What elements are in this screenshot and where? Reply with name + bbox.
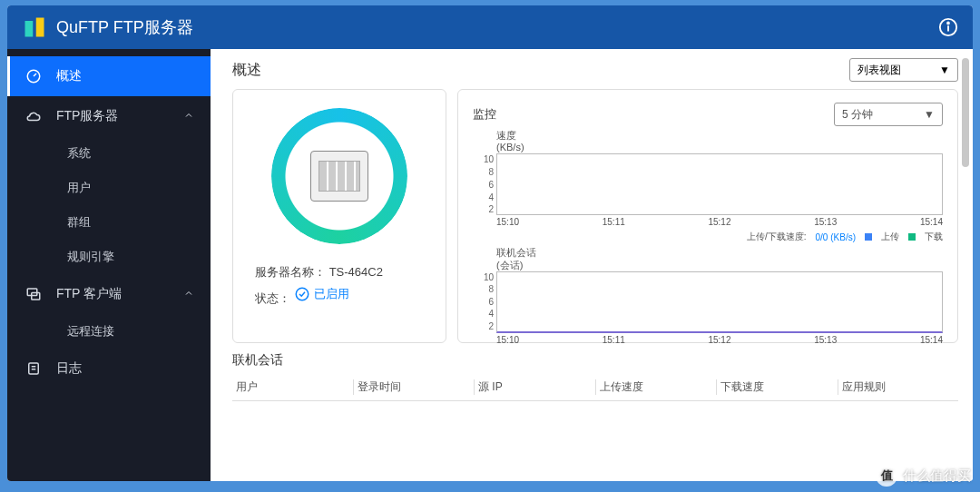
server-card: 服务器名称： TS-464C2 状态： 已启用 xyxy=(232,89,446,343)
sidebar-sub-users[interactable]: 用户 xyxy=(7,171,211,205)
status-value: 已启用 xyxy=(294,286,349,302)
triangle-down-icon: ▼ xyxy=(924,108,935,121)
app-title: QuFTP FTP服务器 xyxy=(56,16,938,38)
scrollbar-thumb[interactable] xyxy=(962,58,969,167)
nas-icon xyxy=(310,151,368,202)
titlebar: QuFTP FTP服务器 xyxy=(7,5,973,49)
server-name-label: 服务器名称： xyxy=(255,265,326,279)
sidebar: 概述 FTP服务器 系统 用户 群组 规则引擎 FTP 客户端 远程连接 日志 xyxy=(7,49,211,481)
log-icon xyxy=(24,360,44,377)
status-label: 状态： xyxy=(255,291,290,305)
upload-color-icon xyxy=(865,233,872,241)
svg-point-11 xyxy=(296,288,309,300)
sessions-title: 联机会话 xyxy=(232,352,958,369)
y-axis: 10 8 6 4 2 xyxy=(475,154,494,214)
page-title: 概述 xyxy=(232,61,849,80)
sidebar-item-ftp-client[interactable]: FTP 客户端 xyxy=(7,274,211,314)
body: 概述 FTP服务器 系统 用户 群组 规则引擎 FTP 客户端 远程连接 日志 xyxy=(7,49,973,481)
cards-row: 服务器名称： TS-464C2 状态： 已启用 监控 xyxy=(232,89,958,343)
main-panel: 概述 列表视图 ▼ 服务器名称： TS-464C2 状态： xyxy=(211,49,973,481)
session-chart: 10 8 6 4 2 xyxy=(496,271,943,333)
gauge-icon xyxy=(24,68,44,84)
check-circle-icon xyxy=(294,286,310,302)
server-name-value: TS-464C2 xyxy=(329,265,383,279)
watermark: 值 什么值得买 xyxy=(876,465,971,487)
speed-chart-title: 速度 (KB/s) xyxy=(496,130,943,153)
speed-chart: 10 8 6 4 2 xyxy=(496,153,943,215)
sidebar-sub-rules[interactable]: 规则引擎 xyxy=(7,240,211,274)
svg-rect-1 xyxy=(36,18,44,37)
y-axis: 10 8 6 4 2 xyxy=(475,272,494,331)
monitor-header: 监控 5 分钟 ▼ xyxy=(473,103,943,126)
sidebar-item-overview[interactable]: 概述 xyxy=(7,56,211,96)
dropdown-label: 5 分钟 xyxy=(842,107,873,123)
cloud-icon xyxy=(24,108,44,124)
sidebar-sub-groups[interactable]: 群组 xyxy=(7,205,211,240)
monitor-card: 监控 5 分钟 ▼ 速度 (KB/s) 10 8 xyxy=(457,89,958,343)
sidebar-item-label: 日志 xyxy=(56,360,82,377)
x-axis: 15:10 15:11 15:12 15:13 15:14 xyxy=(496,335,943,345)
chevron-up-icon xyxy=(183,287,194,301)
sidebar-item-label: FTP 客户端 xyxy=(56,286,122,302)
app-logo-icon xyxy=(22,15,47,40)
col-user: 用户 xyxy=(232,379,353,395)
svg-rect-0 xyxy=(25,21,34,37)
col-source-ip: 源 IP xyxy=(474,379,595,395)
watermark-icon: 值 xyxy=(876,465,897,487)
dropdown-label: 列表视图 xyxy=(858,63,901,78)
main-header: 概述 列表视图 ▼ xyxy=(232,58,958,82)
chevron-up-icon xyxy=(183,109,194,123)
app-window: QuFTP FTP服务器 概述 FTP服务器 系统 用户 群组 规则引擎 FTP… xyxy=(7,5,973,481)
monitor-label: 监控 xyxy=(473,106,496,123)
view-dropdown[interactable]: 列表视图 ▼ xyxy=(849,58,958,82)
sidebar-item-ftp-server[interactable]: FTP服务器 xyxy=(7,96,211,136)
col-download-speed: 下载速度 xyxy=(716,379,838,395)
x-axis: 15:10 15:11 15:12 15:13 15:14 xyxy=(496,217,943,227)
download-color-icon xyxy=(908,233,916,241)
status-ring xyxy=(271,108,407,244)
server-name-row: 服务器名称： TS-464C2 xyxy=(255,264,383,280)
svg-point-4 xyxy=(947,23,949,25)
client-icon xyxy=(24,286,44,302)
time-range-dropdown[interactable]: 5 分钟 ▼ xyxy=(834,103,943,126)
sessions-table-header: 用户 登录时间 源 IP 上传速度 下载速度 应用规则 xyxy=(232,374,958,401)
sidebar-item-label: FTP服务器 xyxy=(56,108,118,124)
triangle-down-icon: ▼ xyxy=(939,64,950,76)
col-upload-speed: 上传速度 xyxy=(595,379,717,395)
scrollbar[interactable] xyxy=(962,58,971,472)
info-icon[interactable] xyxy=(938,17,958,37)
sidebar-sub-system[interactable]: 系统 xyxy=(7,136,211,171)
status-row: 状态： 已启用 xyxy=(255,286,349,307)
col-rules: 应用规则 xyxy=(838,379,959,395)
session-chart-title: 联机会话 (会话) xyxy=(496,247,943,271)
speed-legend: 上传/下载速度: 0/0 (KB/s) 上传 下载 xyxy=(496,231,943,243)
col-login-time: 登录时间 xyxy=(353,379,475,395)
sidebar-item-log[interactable]: 日志 xyxy=(7,349,211,389)
sidebar-sub-remote[interactable]: 远程连接 xyxy=(7,314,211,349)
sidebar-item-label: 概述 xyxy=(56,68,82,84)
